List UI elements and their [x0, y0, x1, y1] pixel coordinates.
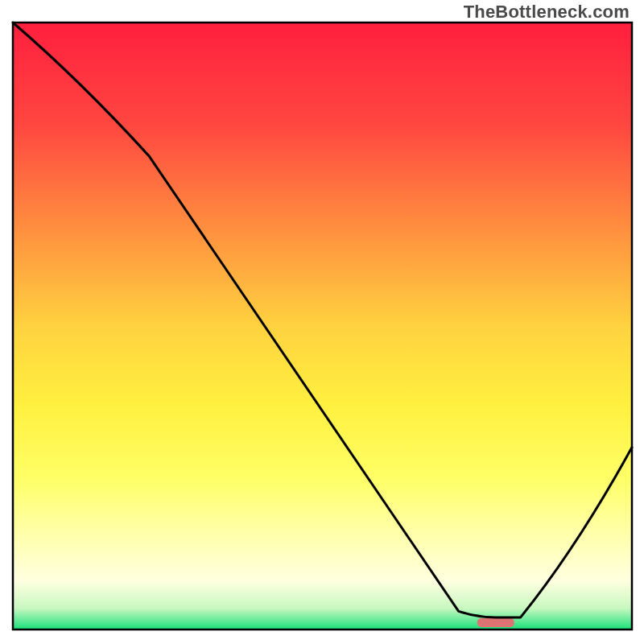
chart-stage: TheBottleneck.com — [0, 0, 644, 644]
bottleneck-chart — [0, 0, 644, 644]
watermark-text: TheBottleneck.com — [464, 2, 630, 23]
optimal-marker — [477, 618, 514, 627]
chart-background — [13, 23, 632, 630]
